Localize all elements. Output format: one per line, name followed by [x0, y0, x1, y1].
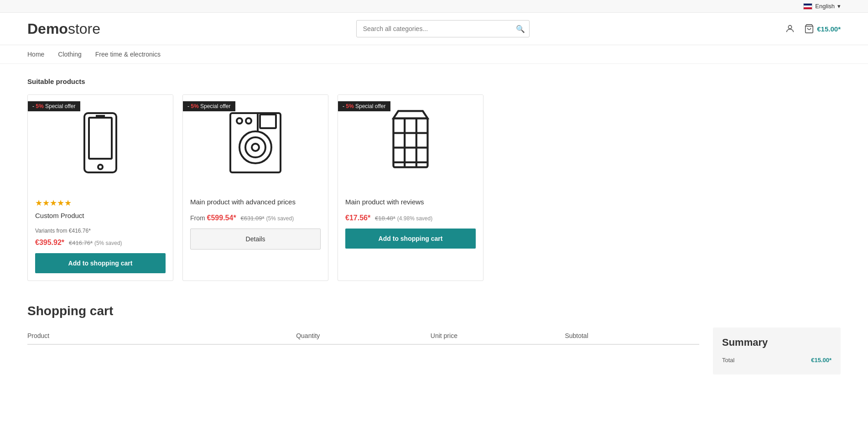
product-body-2: Main product with advanced prices From €… [183, 191, 328, 281]
search-icon: 🔍 [516, 25, 525, 33]
details-button-2[interactable]: Details [190, 229, 321, 249]
user-icon [785, 24, 795, 34]
nav-item-free-time[interactable]: Free time & electronics [95, 51, 161, 58]
price-old-3: €18.48* [375, 215, 395, 222]
price-block-2: From €599.54* €631.09* (5% saved) [190, 214, 321, 222]
price-block-1: €395.92* €416.76* (5% saved) [35, 239, 166, 247]
product-image-3 [383, 109, 438, 177]
product-image-2 [228, 109, 283, 177]
price-main-2: €599.54* [207, 214, 236, 222]
product-card-1: - 5% Special offer ★★★★★ Custom Product … [27, 94, 173, 281]
logo-bold: Demo [27, 21, 68, 37]
summary-label-total: Total [722, 357, 734, 364]
product-image-wrap-1: - 5% Special offer [28, 95, 173, 191]
product-name-3: Main product with reviews [345, 198, 476, 206]
product-card-3: - 5% Special offer Main product with rev… [338, 94, 483, 281]
price-main-3: €17.56* [345, 214, 370, 222]
cart-col-quantity: Quantity [296, 332, 431, 339]
price-old-1: €416.76* [69, 239, 93, 246]
cart-table: Product Quantity Unit price Subtotal [27, 327, 699, 374]
cart-price: €15.00* [817, 25, 841, 33]
language-label: English [815, 3, 835, 10]
flag-icon [803, 3, 812, 10]
nav-item-clothing[interactable]: Clothing [58, 51, 81, 58]
summary-title: Summary [722, 337, 832, 348]
summary-row-total: Total €15.00* [722, 355, 832, 365]
cart-col-subtotal: Subtotal [565, 332, 699, 339]
svg-point-9 [252, 144, 259, 151]
add-to-cart-button-3[interactable]: Add to shopping cart [345, 229, 476, 249]
price-saved-1: (5% saved) [94, 240, 122, 246]
product-variant-1: Variants from €416.76* [35, 223, 166, 234]
svg-rect-13 [260, 114, 276, 128]
main-content: Suitable products - 5% Special offer ★★★… [0, 64, 868, 388]
cart-layout: Product Quantity Unit price Subtotal Sum… [27, 327, 841, 374]
product-image-wrap-2: - 5% Special offer [183, 95, 328, 191]
product-name-1: Custom Product [35, 212, 166, 219]
special-offer-badge-1: - 5% Special offer [28, 101, 80, 111]
logo[interactable]: Demostore [27, 21, 100, 37]
suitable-products-title: Suitable products [27, 78, 841, 85]
cart-button[interactable]: €15.00* [804, 24, 841, 34]
product-body-3: Main product with reviews €17.56* €18.48… [338, 191, 483, 281]
top-bar: English ▾ [0, 0, 868, 13]
svg-marker-15 [394, 111, 428, 118]
cart-col-unit-price: Unit price [431, 332, 565, 339]
price-saved-2: (5% saved) [266, 215, 294, 222]
price-main-1: €395.92* [35, 239, 64, 246]
svg-rect-14 [394, 118, 428, 167]
special-offer-badge-3: - 5% Special offer [338, 101, 390, 111]
search-input[interactable] [356, 20, 530, 37]
price-from-2: From [190, 214, 205, 222]
product-stars-1: ★★★★★ [35, 198, 166, 208]
chevron-down-icon: ▾ [837, 3, 841, 10]
product-image-1 [73, 109, 128, 177]
product-image-wrap-3: - 5% Special offer [338, 95, 483, 191]
add-to-cart-button-1[interactable]: Add to shopping cart [35, 253, 166, 273]
header-actions: €15.00* [785, 24, 841, 34]
account-button[interactable] [785, 24, 795, 34]
language-selector[interactable]: English ▾ [803, 3, 841, 10]
product-name-2: Main product with advanced prices [190, 198, 321, 206]
product-card-2: - 5% Special offer Main product with adv… [182, 94, 328, 281]
product-body-1: ★★★★★ Custom Product Variants from €416.… [28, 191, 173, 281]
svg-rect-3 [89, 118, 112, 159]
summary-box: Summary Total €15.00* [713, 327, 841, 374]
price-saved-3: (4.98% saved) [397, 215, 432, 222]
svg-point-0 [789, 26, 792, 29]
price-block-3: €17.56* €18.48* (4.98% saved) [345, 214, 476, 222]
cart-table-header: Product Quantity Unit price Subtotal [27, 327, 699, 345]
svg-point-7 [239, 131, 271, 163]
svg-point-4 [98, 165, 103, 169]
cart-title: Shopping cart [27, 304, 841, 318]
svg-point-10 [237, 118, 242, 124]
logo-light: store [68, 21, 100, 37]
header: Demostore 🔍 €15.00* [0, 13, 868, 45]
search-bar: 🔍 [356, 20, 530, 37]
cart-section: Shopping cart Product Quantity Unit pric… [27, 304, 841, 374]
price-old-2: €631.09* [241, 215, 265, 222]
cart-col-product: Product [27, 332, 296, 339]
svg-point-8 [245, 137, 265, 157]
nav-item-home[interactable]: Home [27, 51, 44, 58]
summary-value-total: €15.00* [811, 357, 832, 364]
special-offer-badge-2: - 5% Special offer [183, 101, 235, 111]
svg-point-11 [246, 118, 251, 124]
cart-icon [804, 24, 814, 34]
main-nav: Home Clothing Free time & electronics [0, 45, 868, 64]
product-grid: - 5% Special offer ★★★★★ Custom Product … [27, 94, 483, 281]
search-button[interactable]: 🔍 [516, 25, 525, 33]
